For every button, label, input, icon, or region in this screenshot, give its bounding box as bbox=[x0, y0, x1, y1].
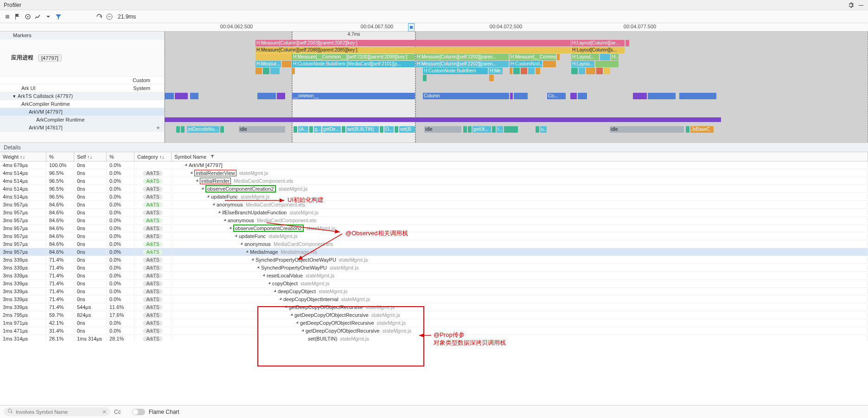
process-row-label[interactable]: 应用进程 [47797] bbox=[0, 39, 164, 77]
flame-rect[interactable] bbox=[380, 126, 383, 133]
flame-rect[interactable]: H:CustomNod... bbox=[510, 61, 542, 67]
flame-rect[interactable] bbox=[596, 68, 603, 74]
flame-rect[interactable] bbox=[570, 93, 577, 99]
flame-rect[interactable] bbox=[514, 93, 528, 99]
flame-rect[interactable] bbox=[543, 61, 556, 67]
flame-rect[interactable] bbox=[294, 126, 297, 133]
flame-rect[interactable] bbox=[190, 93, 198, 99]
flame-rect[interactable] bbox=[342, 126, 345, 133]
flame-rect[interactable]: H:CustomNode:BuildItem bbox=[423, 68, 488, 74]
flame-rect[interactable] bbox=[181, 126, 185, 133]
table-row[interactable]: 1ms 971μs42.1%0ns0.0%ArkTSgetDeepCopyOfO… bbox=[0, 319, 868, 327]
flame-rect[interactable] bbox=[263, 68, 269, 74]
col-symbol[interactable]: Symbol Name bbox=[172, 152, 868, 161]
flame-rect[interactable]: idle bbox=[610, 126, 684, 133]
flame-rect[interactable]: H:Measure[Column][self:2088][parent:2085… bbox=[255, 47, 571, 53]
flame-rect[interactable]: (A... bbox=[298, 126, 308, 133]
table-row[interactable]: 3ms 957μs84.6%0ns0.0%ArkTSifElseBranchUp… bbox=[0, 209, 868, 217]
table-row[interactable]: 3ms 957μs84.6%0ns0.0%ArkTSMediaImageMedi… bbox=[0, 248, 868, 256]
track-label[interactable]: Ark UI System bbox=[0, 84, 164, 92]
filter-icon[interactable] bbox=[55, 13, 62, 20]
track-label[interactable]: ArkCompiler Runtime bbox=[0, 116, 164, 124]
flame-rect[interactable] bbox=[165, 117, 721, 122]
flame-rect[interactable] bbox=[255, 54, 292, 60]
cc-label[interactable]: Cc bbox=[114, 409, 121, 415]
table-row[interactable]: 3ms 339μs71.4%544μs11.6%ArkTSgetDeepCopy… bbox=[0, 303, 868, 311]
flame-rect[interactable] bbox=[625, 40, 629, 46]
timeline-ruler[interactable]: 00:04.062.500 00:04.067.500 00:04.072.50… bbox=[0, 23, 868, 32]
flame-rect[interactable]: H:Measur... bbox=[255, 61, 281, 67]
table-row[interactable]: 3ms 339μs71.4%0ns0.0%ArkTSdeepCopyObject… bbox=[0, 288, 868, 296]
flame-rect[interactable]: H:Measure[Column][self:2202][paren... bbox=[416, 61, 509, 67]
flame-rect[interactable] bbox=[679, 93, 716, 99]
table-row[interactable]: 4ms 514μs96.5%0ns0.0%ArkTSupdateFuncstat… bbox=[0, 193, 868, 201]
flame-rect[interactable]: JsBaseC bbox=[690, 126, 714, 133]
search-box[interactable]: ✕ bbox=[4, 407, 110, 416]
flame-rect[interactable]: H:Measure[__Common... bbox=[510, 54, 556, 60]
table-row[interactable]: 3ms 957μs84.6%0ns0.0%ArkTSanonymousMedia… bbox=[0, 240, 868, 248]
flame-rect[interactable]: getUt... bbox=[472, 126, 491, 133]
table-row[interactable]: 4ms 514μs96.5%0ns0.0%ArkTSinitialRenderM… bbox=[0, 177, 868, 185]
flame-rect[interactable]: idle bbox=[239, 126, 285, 133]
track-label[interactable]: ArkCompiler Runtime bbox=[0, 100, 164, 108]
flame-rect[interactable] bbox=[571, 68, 578, 74]
flame-rect[interactable]: O... bbox=[384, 126, 394, 133]
flame-rect[interactable]: set(B bbox=[399, 126, 415, 133]
table-row[interactable]: 3ms 339μs71.4%0ns0.0%ArkTSSynchedPropert… bbox=[0, 264, 868, 272]
gear-icon[interactable] bbox=[848, 2, 854, 8]
flame-rect[interactable] bbox=[282, 61, 291, 67]
track-label[interactable]: ▾ArkTS Callstack (47797) bbox=[0, 92, 164, 100]
flame-rect[interactable] bbox=[292, 68, 295, 74]
col-selfpct[interactable]: % bbox=[107, 152, 134, 161]
record-icon[interactable] bbox=[4, 13, 11, 20]
minus-icon[interactable] bbox=[106, 13, 113, 20]
col-self[interactable]: Self ↑↓ bbox=[74, 152, 107, 161]
minimize-icon[interactable] bbox=[858, 2, 864, 8]
table-row[interactable]: 3ms 339μs71.4%0ns0.0%ArkTSSynchedPropert… bbox=[0, 256, 868, 264]
flame-rect[interactable] bbox=[528, 68, 535, 74]
flame-rect[interactable] bbox=[176, 126, 180, 133]
flame-rect[interactable] bbox=[257, 93, 276, 99]
table-row[interactable]: 3ms 957μs84.6%0ns0.0%ArkTSanonymousMedia… bbox=[0, 201, 868, 209]
flame-rect[interactable] bbox=[578, 93, 587, 99]
flame-rect[interactable]: i... bbox=[497, 126, 503, 133]
table-row[interactable]: 4ms 514μs96.5%0ns0.0%ArkTSinitialRenderV… bbox=[0, 169, 868, 177]
flame-rect[interactable]: H:Layout[Column][s... bbox=[571, 47, 625, 53]
expand-icon[interactable] bbox=[45, 13, 52, 20]
flame-rect[interactable] bbox=[395, 126, 398, 133]
table-row[interactable]: 3ms 339μs71.4%0ns0.0%ArkTScopyObjectstat… bbox=[0, 280, 868, 288]
table-row[interactable]: 2ms 795μs59.7%824μs17.6%ArkTSgetDeepCopy… bbox=[0, 311, 868, 319]
table-body[interactable]: 4ms 679μs100.0%0ns0.0%ArkVM [47797]4ms 5… bbox=[0, 161, 868, 342]
selection-bounds-icon[interactable] bbox=[408, 23, 415, 32]
table-row[interactable]: 3ms 957μs84.6%0ns0.0%ArkTSobserveCompone… bbox=[0, 225, 868, 232]
flame-rect[interactable] bbox=[510, 68, 512, 74]
star-icon[interactable]: ★ bbox=[156, 124, 160, 132]
flame-rect[interactable] bbox=[579, 68, 585, 74]
refresh-icon[interactable] bbox=[96, 13, 103, 20]
flame-rect[interactable]: jniDecodeNu... bbox=[187, 126, 219, 133]
flame-rect[interactable]: H:Measure[__Common__][self:2100][parent:… bbox=[292, 54, 415, 60]
flame-rect[interactable]: H:Layout[Column][se... bbox=[571, 40, 625, 46]
target-icon[interactable] bbox=[24, 13, 32, 20]
flame-rect[interactable] bbox=[513, 68, 520, 74]
track-label[interactable]: ArkVM [47817]★ bbox=[0, 124, 164, 132]
flame-rect[interactable] bbox=[510, 93, 513, 99]
table-row[interactable]: 4ms 679μs100.0%0ns0.0%ArkVM [47797] bbox=[0, 161, 868, 169]
flame-rect[interactable] bbox=[255, 68, 262, 74]
flame-rect[interactable] bbox=[600, 54, 610, 60]
table-row[interactable]: 3ms 339μs71.4%0ns0.0%ArkTSresetLocalValu… bbox=[0, 272, 868, 280]
flame-rect[interactable] bbox=[521, 68, 527, 74]
flame-rect[interactable] bbox=[557, 54, 560, 60]
flame-rect[interactable]: H:... bbox=[611, 54, 619, 60]
flame-rect[interactable] bbox=[595, 61, 619, 67]
flame-rect[interactable] bbox=[423, 75, 427, 81]
flame-rect[interactable]: H:Measure[Column][self:2083][parent:2082… bbox=[255, 40, 571, 46]
flame-chart-toggle[interactable] bbox=[132, 409, 145, 415]
flame-rect[interactable] bbox=[536, 126, 539, 133]
flame-rect[interactable] bbox=[648, 93, 676, 99]
flame-rect[interactable]: g... bbox=[314, 126, 321, 133]
col-pct[interactable]: % bbox=[46, 152, 74, 161]
table-row[interactable]: 4ms 514μs96.5%0ns0.0%ArkTSobserveCompone… bbox=[0, 185, 868, 193]
flame-rect[interactable]: getDe... bbox=[322, 126, 341, 133]
flame-rect[interactable] bbox=[686, 126, 689, 133]
